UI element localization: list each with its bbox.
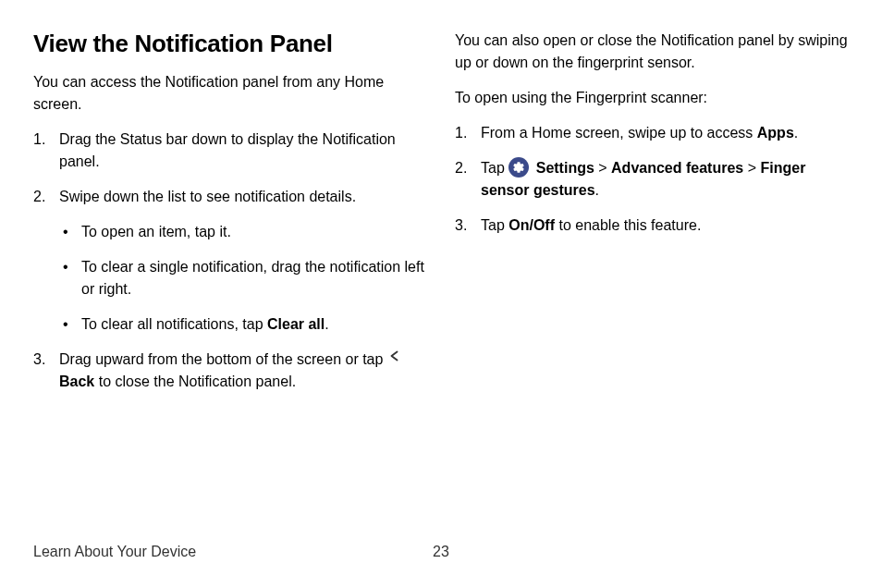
apps-label: Apps — [757, 125, 794, 141]
step-2-text: Swipe down the list to see notification … — [59, 189, 356, 204]
right-subintro: To open using the Fingerprint scanner: — [455, 87, 849, 109]
bullet-clear-single: To clear a single notification, drag the… — [59, 256, 427, 300]
right-intro: You can also open or close the Notificat… — [455, 30, 849, 74]
footer-page-number: 23 — [433, 544, 449, 560]
bullet-clear-all-suffix: . — [325, 316, 328, 332]
page-footer: Learn About Your Device 23 — [33, 544, 849, 560]
on-off-label: On/Off — [508, 217, 555, 233]
bullet-open-item: To open an item, tap it. — [59, 221, 427, 243]
r-step-3: Tap On/Off to enable this feature. — [455, 214, 849, 237]
back-label: Back — [59, 374, 94, 389]
step-2: Swipe down the list to see notification … — [33, 186, 427, 336]
clear-all-label: Clear all — [267, 316, 325, 332]
bullet-clear-all: To clear all notifications, tap Clear al… — [59, 313, 427, 336]
intro-text: You can access the Notification panel fr… — [33, 71, 427, 116]
sub-bullets: To open an item, tap it. To clear a sing… — [59, 221, 427, 336]
separator-1: > — [594, 160, 611, 176]
settings-icon — [508, 157, 529, 178]
step-1: Drag the Status bar down to display the … — [33, 129, 427, 173]
r-step-3-suffix: to enable this feature. — [555, 217, 701, 233]
step-3-suffix: to close the Notification panel. — [94, 374, 296, 389]
step-3: Drag upward from the bottom of the scree… — [33, 349, 427, 393]
r-step-1-prefix: From a Home screen, swipe up to access — [481, 125, 757, 141]
r-step-1-suffix: . — [794, 125, 798, 141]
left-column: View the Notification Panel You can acce… — [33, 30, 427, 406]
back-icon — [387, 348, 404, 371]
separator-2: > — [743, 160, 760, 176]
footer-section-title: Learn About Your Device — [33, 544, 196, 560]
r-step-2: Tap Settings > Advanced features > Finge… — [455, 157, 849, 202]
r-step-1: From a Home screen, swipe up to access A… — [455, 122, 849, 144]
r-step-2-prefix: Tap — [481, 160, 508, 176]
steps-list-right: From a Home screen, swipe up to access A… — [455, 122, 849, 237]
steps-list-left: Drag the Status bar down to display the … — [33, 129, 427, 393]
r-step-2-suffix: . — [595, 182, 599, 198]
settings-label: Settings — [536, 160, 594, 176]
page-heading: View the Notification Panel — [33, 30, 427, 58]
bullet-clear-all-prefix: To clear all notifications, tap — [81, 316, 267, 332]
advanced-features-label: Advanced features — [611, 160, 743, 176]
right-column: You can also open or close the Notificat… — [455, 30, 849, 406]
r-step-3-prefix: Tap — [481, 217, 508, 233]
step-3-prefix: Drag upward from the bottom of the scree… — [59, 351, 387, 367]
